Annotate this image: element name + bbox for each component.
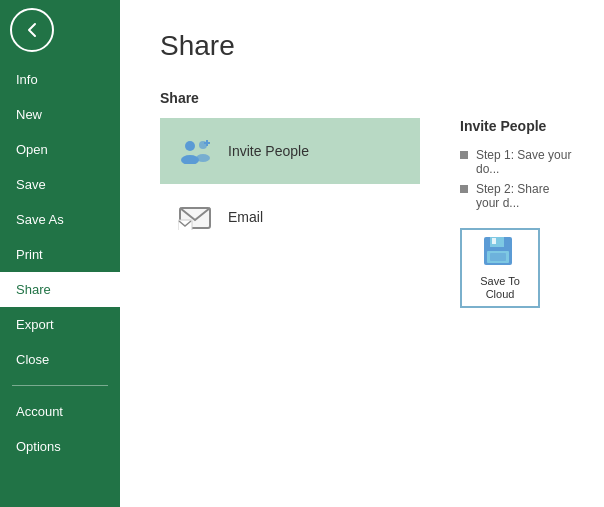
save-cloud-icon (482, 235, 518, 269)
invite-panel-title: Invite People (460, 118, 574, 134)
sidebar-item-info[interactable]: Info (0, 62, 120, 97)
invite-steps: Step 1: Save your do... Step 2: Share yo… (460, 148, 574, 210)
share-option-email[interactable]: Email (160, 184, 420, 250)
invite-people-label: Invite People (228, 143, 309, 159)
step-2-text: Step 2: Share your d... (476, 182, 574, 210)
sidebar: Info New Open Save Save As Print Share E… (0, 0, 120, 507)
share-option-invite-people[interactable]: Invite People (160, 118, 420, 184)
sidebar-item-save-as[interactable]: Save As (0, 202, 120, 237)
svg-point-1 (181, 155, 199, 164)
invite-people-icon (176, 132, 214, 170)
svg-point-0 (185, 141, 195, 151)
sidebar-item-options[interactable]: Options (0, 429, 120, 464)
svg-point-3 (196, 154, 210, 162)
email-icon (176, 198, 214, 236)
step-2: Step 2: Share your d... (460, 182, 574, 210)
page-title: Share (160, 30, 574, 62)
email-label: Email (228, 209, 263, 225)
invite-panel: Invite People Step 1: Save your do... St… (460, 118, 574, 308)
save-to-cloud-label: Save ToCloud (480, 275, 520, 301)
sidebar-item-account[interactable]: Account (0, 394, 120, 429)
sidebar-item-new[interactable]: New (0, 97, 120, 132)
step-1: Step 1: Save your do... (460, 148, 574, 176)
sidebar-item-close[interactable]: Close (0, 342, 120, 377)
sidebar-item-share[interactable]: Share (0, 272, 120, 307)
sidebar-divider (12, 385, 108, 386)
step-1-text: Step 1: Save your do... (476, 148, 574, 176)
sidebar-item-save[interactable]: Save (0, 167, 120, 202)
sidebar-item-print[interactable]: Print (0, 237, 120, 272)
main-content: Share Share Invit (120, 0, 604, 507)
sidebar-item-export[interactable]: Export (0, 307, 120, 342)
share-section-label: Share (160, 90, 574, 106)
sidebar-item-open[interactable]: Open (0, 132, 120, 167)
svg-rect-10 (492, 238, 496, 244)
share-list: Invite People Email (160, 118, 420, 308)
svg-rect-12 (490, 253, 506, 261)
share-options: Invite People Email Invite People (160, 118, 574, 308)
step-2-bullet (460, 185, 468, 193)
save-to-cloud-button[interactable]: Save ToCloud (460, 228, 540, 308)
back-button[interactable] (10, 8, 54, 52)
step-1-bullet (460, 151, 468, 159)
